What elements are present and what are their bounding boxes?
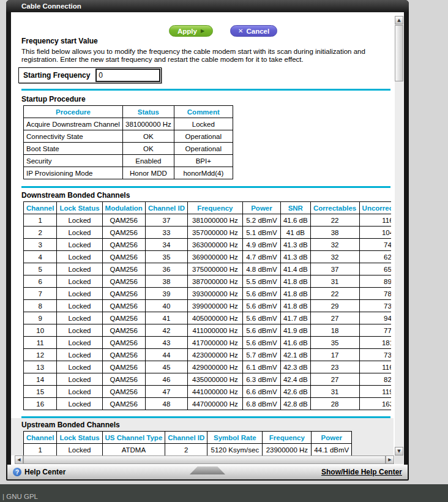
table-cell: 17: [310, 349, 359, 361]
table-cell: 12: [24, 349, 57, 361]
table-cell: Connectivity State: [24, 130, 123, 143]
table-cell: 405000000 Hz: [187, 312, 242, 324]
table-row: SecurityEnabledBPI+: [24, 155, 233, 167]
scroll-right-icon: ▶: [388, 458, 391, 462]
column-header: Comment: [174, 106, 233, 118]
content-scroll-area: Apply ▶ ✕ Cancel Frequency start Value T…: [11, 12, 394, 455]
table-cell: Operational: [174, 130, 233, 143]
table-cell: 77: [359, 324, 391, 337]
table-cell: Locked: [57, 214, 102, 227]
table-row: 13LockedQAM25645429000000 Hz6.1 dBmV42.3…: [24, 361, 392, 373]
scroll-up-button[interactable]: ▲: [395, 16, 403, 24]
content-area: Apply ▶ ✕ Cancel Frequency start Value T…: [11, 12, 404, 465]
table-row: 16LockedQAM25648447000000 Hz6.8 dBmV42.8…: [24, 398, 392, 410]
vertical-scrollbar-thumb[interactable]: [395, 25, 403, 81]
table-cell: 46: [145, 373, 187, 386]
column-header: Modulation: [102, 202, 145, 214]
table-cell: Operational: [174, 143, 233, 155]
table-cell: 41.6 dB: [280, 337, 310, 349]
scroll-down-button[interactable]: ▼: [395, 447, 403, 455]
table-cell: QAM256: [102, 288, 145, 300]
table-cell: 393000000 Hz: [187, 288, 242, 300]
show-hide-help-link[interactable]: Show/Hide Help Center: [321, 468, 402, 476]
data-table: ChannelLock StatusModulationChannel IDFr…: [23, 201, 391, 410]
column-header: Channel ID: [145, 202, 187, 214]
table-row: 7LockedQAM25639393000000 Hz5.6 dBmV41.8 …: [24, 288, 392, 300]
table-cell: 399000000 Hz: [187, 300, 242, 312]
table-cell: 381000000 Hz: [123, 118, 174, 130]
table-cell: Locked: [57, 288, 102, 300]
table-cell: QAM256: [102, 263, 145, 275]
table-cell: 37: [310, 263, 359, 275]
cancel-button[interactable]: ✕ Cancel: [230, 25, 277, 37]
table-cell: 41.8 dB: [280, 288, 310, 300]
help-center-label: Help Center: [24, 468, 65, 476]
table-cell: 44.1 dBmV: [312, 444, 352, 456]
vertical-scrollbar[interactable]: ▲ ▼: [395, 16, 403, 455]
table-cell: 27: [310, 312, 359, 324]
table-cell: QAM256: [102, 337, 145, 349]
window-title: Cable Connection: [21, 2, 81, 10]
table-cell: 417000000 Hz: [187, 337, 242, 349]
table-cell: 5.1 dBmV: [242, 227, 280, 239]
starting-frequency-group: Starting Frequency: [18, 67, 162, 83]
table-cell: 116: [359, 214, 391, 227]
table-row: 2LockedQAM25633357000000 Hz5.1 dBmV41 dB…: [24, 227, 392, 239]
table-cell: 28: [310, 398, 359, 410]
table-cell: 6: [24, 275, 57, 288]
table-cell: Locked: [57, 349, 102, 361]
action-button-row: Apply ▶ ✕ Cancel: [11, 12, 394, 37]
data-table: ChannelLock StatusUS Channel TypeChannel…: [23, 431, 352, 455]
column-header: Power: [312, 432, 352, 444]
table-cell: 35: [145, 251, 187, 263]
table-cell: 89: [359, 275, 391, 288]
column-header: Frequency: [263, 432, 312, 444]
table-cell: 6.8 dBmV: [242, 398, 280, 410]
horizontal-scrollbar-thumb[interactable]: [23, 455, 386, 464]
gnu-gpl-link[interactable]: | GNU GPL: [2, 493, 38, 500]
table-cell: 23900000 Hz: [263, 444, 312, 456]
table-cell: 4.9 dBmV: [242, 239, 280, 251]
scroll-right-button[interactable]: ▶: [386, 455, 394, 464]
table-cell: Locked: [57, 386, 102, 398]
column-header: Frequency: [187, 202, 242, 214]
table-cell: Locked: [57, 275, 102, 288]
help-bar: ? Help Center Show/Hide Help Center: [7, 465, 408, 479]
table-cell: 41.6 dB: [280, 214, 310, 227]
startup-procedure-heading: Startup Procedure: [21, 95, 394, 103]
table-cell: 375000000 Hz: [187, 263, 242, 275]
scroll-left-button[interactable]: ◀: [15, 455, 23, 464]
table-cell: 11: [24, 337, 57, 349]
table-cell: 35: [310, 337, 359, 349]
cancel-button-label: Cancel: [247, 28, 270, 35]
apply-button-label: Apply: [177, 28, 197, 35]
scroll-down-icon: ▼: [397, 449, 400, 454]
upstream-channels-table: ChannelLock StatusUS Channel TypeChannel…: [23, 431, 394, 455]
table-row: 1LockedATDMA25120 Ksym/sec23900000 Hz44.…: [24, 444, 352, 456]
table-cell: 23: [310, 361, 359, 373]
table-cell: QAM256: [102, 227, 145, 239]
table-row: 15LockedQAM25647441000000 Hz6.6 dBmV42.6…: [24, 386, 392, 398]
status-bar: | GNU GPL: [0, 484, 448, 502]
table-row: 11LockedQAM25643417000000 Hz5.6 dBmV41.6…: [24, 337, 392, 349]
table-cell: 441000000 Hz: [187, 386, 242, 398]
horizontal-scrollbar[interactable]: ◀ ▶: [15, 455, 394, 464]
table-cell: 18: [310, 324, 359, 337]
table-row: 6LockedQAM25638387000000 Hz5.5 dBmV41.8 …: [24, 275, 392, 288]
table-cell: 423000000 Hz: [187, 349, 242, 361]
table-cell: 31: [310, 386, 359, 398]
table-cell: 41.8 dB: [280, 300, 310, 312]
table-cell: Locked: [57, 337, 102, 349]
table-cell: Security: [24, 155, 123, 167]
scroll-left-icon: ◀: [17, 458, 20, 462]
apply-button[interactable]: Apply ▶: [169, 25, 213, 37]
table-cell: 32: [310, 251, 359, 263]
table-cell: Locked: [57, 444, 102, 456]
table-cell: 5.6 dBmV: [242, 288, 280, 300]
table-cell: 7: [24, 288, 57, 300]
help-panel-handle-icon[interactable]: [190, 466, 225, 474]
table-row: 9LockedQAM25641405000000 Hz5.6 dBmV41.7 …: [24, 312, 392, 324]
table-cell: 73: [359, 349, 391, 361]
starting-frequency-input[interactable]: [95, 69, 160, 82]
window-titlebar: Cable Connection: [6, 0, 409, 12]
